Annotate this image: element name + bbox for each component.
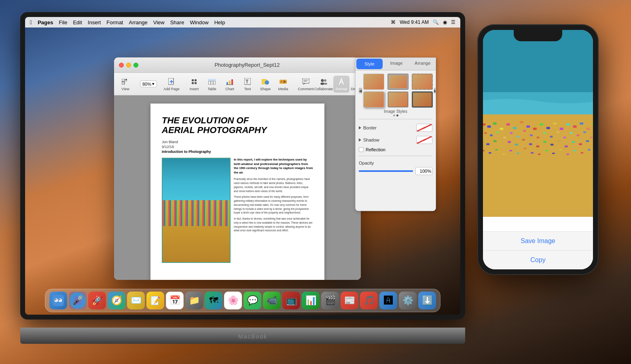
table-button[interactable]: Table xyxy=(204,76,220,93)
svg-rect-69 xyxy=(503,137,506,138)
style-thumb-4[interactable] xyxy=(363,91,384,108)
svg-rect-89 xyxy=(522,139,525,140)
body-paragraph-2: These photos have been used for many dif… xyxy=(234,195,313,215)
dock-sysprefs[interactable]: ⚙️ xyxy=(399,292,417,309)
menu-help[interactable]: Help xyxy=(214,19,225,25)
menu-file[interactable]: File xyxy=(59,19,67,25)
menu-format[interactable]: Format xyxy=(106,19,123,25)
apple-menu[interactable]:  xyxy=(30,19,32,25)
dock-mail[interactable]: ✉️ xyxy=(127,292,145,309)
shadow-color-swatch[interactable] xyxy=(416,136,432,144)
svg-rect-113 xyxy=(574,150,576,151)
dock-launchpad[interactable]: 🚀 xyxy=(88,292,106,309)
close-button[interactable] xyxy=(119,63,124,68)
style-next-button[interactable]: ▶ xyxy=(434,88,436,93)
border-color-swatch[interactable] xyxy=(416,124,432,132)
menu-share[interactable]: Share xyxy=(170,19,184,25)
siri-icon[interactable]: ◉ xyxy=(443,19,447,25)
shape-button[interactable]: Shape xyxy=(257,76,273,93)
body-paragraph-1: Practically since the invention of the c… xyxy=(234,177,313,193)
svg-rect-100 xyxy=(483,150,485,151)
reflection-checkbox[interactable] xyxy=(359,147,364,152)
menu-extra-icon[interactable]: ☰ xyxy=(451,19,455,25)
minimize-button[interactable] xyxy=(126,63,131,68)
dock-files[interactable]: 📁 xyxy=(185,292,203,309)
dock-finder[interactable] xyxy=(49,292,67,309)
menu-pages[interactable]: Pages xyxy=(38,19,53,25)
svg-rect-60 xyxy=(560,128,563,130)
dock-photos[interactable]: 🌸 xyxy=(224,292,242,309)
svg-rect-64 xyxy=(587,128,590,130)
style-thumb-2[interactable] xyxy=(387,74,409,90)
svg-rect-104 xyxy=(510,150,512,151)
media-button[interactable]: Media xyxy=(275,76,291,93)
dock-calendar[interactable]: 📅 xyxy=(166,292,184,309)
format-button[interactable]: Format xyxy=(333,76,349,93)
opacity-slider[interactable] xyxy=(359,170,413,172)
text-button[interactable]: T Text xyxy=(239,76,256,93)
svg-rect-102 xyxy=(495,149,498,150)
menu-view[interactable]: View xyxy=(153,19,165,25)
insert-button[interactable]: Insert xyxy=(186,76,202,93)
dock-messages[interactable]: 💬 xyxy=(244,292,261,309)
dock-safari[interactable]: 🧭 xyxy=(108,292,125,309)
menu-insert[interactable]: Insert xyxy=(88,19,101,25)
style-dots xyxy=(359,114,432,116)
tab-style[interactable]: Style xyxy=(356,59,383,69)
dock-facetime[interactable]: 📹 xyxy=(263,292,281,309)
save-image-button[interactable]: Save Image xyxy=(483,231,593,250)
svg-rect-56 xyxy=(533,128,537,130)
comment-button[interactable]: Comment xyxy=(298,76,314,93)
dock: 🎤 🚀 🧭 ✉️ 📝 xyxy=(45,289,440,312)
style-thumb-3[interactable] xyxy=(412,74,433,90)
document-image[interactable] xyxy=(162,158,231,263)
dock-news[interactable]: 📰 xyxy=(341,292,358,309)
svg-text:T: T xyxy=(246,79,249,85)
style-thumb-1[interactable] xyxy=(363,74,384,90)
dock-maps[interactable]: 🗺 xyxy=(205,292,222,309)
style-prev-button[interactable]: ◀ xyxy=(359,88,362,93)
dock-siri[interactable]: 🎤 xyxy=(69,292,87,309)
dock-appstore[interactable]: 🅰 xyxy=(379,292,397,309)
tab-arrange[interactable]: Arrange xyxy=(409,58,436,70)
style-thumb-6[interactable] xyxy=(412,91,433,108)
menu-edit[interactable]: Edit xyxy=(73,19,82,25)
dock-itunes[interactable]: 📺 xyxy=(282,292,300,309)
style-thumb-5[interactable] xyxy=(387,91,409,108)
dock-numbers[interactable]: 📊 xyxy=(302,292,320,309)
svg-point-32 xyxy=(320,83,324,85)
add-page-button[interactable]: Add Page xyxy=(163,76,180,93)
zoom-control[interactable]: 80% ▾ xyxy=(140,80,157,87)
window-title: PhotographyReport_Sept12 xyxy=(138,62,356,68)
menu-window[interactable]: Window xyxy=(190,19,208,25)
document-author: Jon Bland xyxy=(162,140,313,144)
opacity-input[interactable] xyxy=(415,167,432,175)
svg-rect-61 xyxy=(566,123,570,125)
document-canvas[interactable]: THE EVOLUTION OF AERIAL PHOTOGRAPHY Jon … xyxy=(114,95,361,280)
border-expand-icon[interactable] xyxy=(359,126,361,129)
add-page-icon xyxy=(167,77,176,86)
svg-rect-75 xyxy=(543,132,546,134)
format-panel: Style Image Arrange ◀ xyxy=(355,57,436,211)
shape-icon xyxy=(261,77,270,86)
maximize-button[interactable] xyxy=(133,63,138,68)
dock-notes[interactable]: 📝 xyxy=(146,292,164,309)
shadow-expand-icon[interactable] xyxy=(359,138,361,142)
menu-arrange[interactable]: Arrange xyxy=(129,19,147,25)
chart-label: Chart xyxy=(225,87,234,91)
copy-button[interactable]: Copy xyxy=(483,250,593,269)
dock-music[interactable]: 🎵 xyxy=(360,292,378,309)
search-icon[interactable]: 🔍 xyxy=(433,19,439,25)
chart-button[interactable]: Chart xyxy=(222,76,238,93)
iphone-image xyxy=(483,30,593,217)
dot-1 xyxy=(393,114,395,116)
svg-rect-66 xyxy=(484,132,487,134)
dock-downloads[interactable]: ⬇️ xyxy=(418,292,436,309)
svg-marker-28 xyxy=(303,83,305,85)
dock-imovie[interactable]: 🎬 xyxy=(321,292,339,309)
svg-point-43 xyxy=(55,299,57,301)
svg-rect-84 xyxy=(486,143,489,145)
tab-image[interactable]: Image xyxy=(383,58,410,70)
collaborate-button[interactable]: Collaborate xyxy=(316,76,332,93)
view-button[interactable]: View xyxy=(117,76,133,93)
